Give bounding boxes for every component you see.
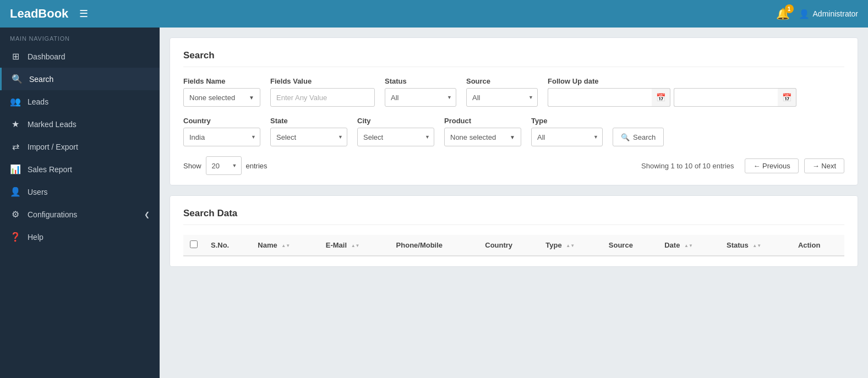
user-icon: 👤 <box>799 9 810 19</box>
sidebar-item-marked-leads[interactable]: ★ Marked Leads <box>0 113 160 135</box>
topbar: LeadBook ☰ 🔔 1 👤 Administrator <box>0 0 868 28</box>
sidebar-item-label: Leads <box>28 97 48 106</box>
sidebar-item-label: Search <box>29 75 53 84</box>
type-label: Type <box>531 117 603 125</box>
user-menu[interactable]: 👤 Administrator <box>799 9 858 19</box>
fields-name-caret: ▼ <box>249 95 254 101</box>
entries-label: entries <box>246 162 268 170</box>
type-select-wrap: All B2B B2C <box>531 128 603 146</box>
sidebar-item-import-export[interactable]: ⇄ Import / Export <box>0 135 160 158</box>
email-sort-icon[interactable]: ▲▼ <box>351 244 360 248</box>
notification-bell[interactable]: 🔔 1 <box>776 7 790 20</box>
search-button[interactable]: 🔍 Search <box>613 128 664 146</box>
follow-up-date-from[interactable] <box>548 88 652 107</box>
source-select[interactable]: All Online Referral Direct <box>466 88 538 107</box>
country-select[interactable]: India USA UK Australia <box>183 128 260 146</box>
dashboard-icon: ⊞ <box>10 51 21 62</box>
fields-name-value: None selected <box>189 94 235 102</box>
sidebar-item-label: Import / Export <box>28 143 78 151</box>
header-type: Type ▲▼ <box>539 235 602 256</box>
follow-up-date-from-calendar[interactable]: 📅 <box>652 88 670 107</box>
sidebar-item-search[interactable]: 🔍 Search <box>0 68 160 90</box>
form-row-2: Country India USA UK Australia State <box>183 117 844 146</box>
sidebar-item-label: Help <box>28 233 43 242</box>
city-label: City <box>357 117 434 125</box>
type-sort-icon[interactable]: ▲▼ <box>566 244 575 248</box>
prev-button[interactable]: ← Previous <box>745 158 798 173</box>
sidebar-item-label: Marked Leads <box>28 120 77 129</box>
city-select-wrap: Select <box>357 128 434 146</box>
follow-up-date-to-calendar[interactable]: 📅 <box>778 88 796 107</box>
import-export-icon: ⇄ <box>10 141 21 152</box>
search-data-title: Search Data <box>183 208 844 225</box>
sidebar-item-sales-report[interactable]: 📊 Sales Report <box>0 158 160 180</box>
header-name: Name ▲▼ <box>251 235 319 256</box>
sales-report-icon: 📊 <box>10 164 21 174</box>
user-label: Administrator <box>813 9 858 18</box>
state-group: State Select <box>270 117 347 146</box>
bell-badge: 1 <box>785 4 794 13</box>
product-dropdown[interactable]: None selected ▼ <box>444 128 521 146</box>
state-select[interactable]: Select <box>270 128 347 146</box>
help-icon: ❓ <box>10 232 21 242</box>
country-group: Country India USA UK Australia <box>183 117 260 146</box>
select-all-checkbox[interactable] <box>190 240 198 248</box>
main-layout: MAIN NAVIGATION ⊞ Dashboard 🔍 Search 👥 L… <box>0 28 868 378</box>
form-row-1: Fields Name None selected ▼ Fields Value… <box>183 77 844 107</box>
state-label: State <box>270 117 347 125</box>
search-panel-title: Search <box>183 50 844 67</box>
status-label: Status <box>385 77 456 85</box>
sidebar-section-label: MAIN NAVIGATION <box>0 28 160 45</box>
sidebar-item-configurations[interactable]: ⚙ Configurations ❮ <box>0 203 160 226</box>
type-select[interactable]: All B2B B2C <box>531 128 603 146</box>
sidebar-item-users[interactable]: 👤 Users <box>0 180 160 203</box>
search-btn-group: x 🔍 Search <box>613 117 664 146</box>
sidebar-item-leads[interactable]: 👥 Leads <box>0 90 160 113</box>
fields-value-label: Fields Value <box>270 77 375 85</box>
follow-up-group: Follow Up date 📅 📅 <box>548 77 796 107</box>
sidebar-item-label: Users <box>28 188 48 196</box>
source-select-wrap: All Online Referral Direct <box>466 88 538 107</box>
next-button[interactable]: → Next <box>804 158 844 173</box>
follow-up-date-to-wrap: 📅 <box>674 88 796 107</box>
name-sort-icon[interactable]: ▲▼ <box>281 244 290 248</box>
topbar-right: 🔔 1 👤 Administrator <box>776 7 858 20</box>
status-sort-icon[interactable]: ▲▼ <box>752 244 761 248</box>
content-area: Search Fields Name None selected ▼ Field… <box>160 28 868 378</box>
date-sort-icon[interactable]: ▲▼ <box>684 244 693 248</box>
status-select-wrap: All Active Inactive Pending <box>385 88 456 107</box>
header-status: Status ▲▼ <box>720 235 791 256</box>
star-icon: ★ <box>10 119 21 129</box>
sidebar-item-label: Sales Report <box>28 165 72 174</box>
configurations-icon: ⚙ <box>10 209 21 220</box>
fields-name-label: Fields Name <box>183 77 260 85</box>
show-select-wrap: 10 20 50 100 <box>206 156 242 175</box>
sidebar-item-dashboard[interactable]: ⊞ Dashboard <box>0 45 160 68</box>
search-icon: 🔍 <box>12 74 23 84</box>
table-wrap: S.No. Name ▲▼ E-Mail ▲▼ Phone/ <box>183 235 844 256</box>
show-label: Show <box>183 162 201 170</box>
follow-up-label: Follow Up date <box>548 77 796 85</box>
fields-value-input[interactable] <box>270 88 375 107</box>
sidebar-item-label: Dashboard <box>28 52 65 61</box>
show-select[interactable]: 10 20 50 100 <box>206 156 242 175</box>
results-table: S.No. Name ▲▼ E-Mail ▲▼ Phone/ <box>183 235 844 256</box>
fields-name-dropdown[interactable]: None selected ▼ <box>183 88 260 107</box>
status-group: Status All Active Inactive Pending <box>385 77 456 107</box>
status-select[interactable]: All Active Inactive Pending <box>385 88 456 107</box>
header-date: Date ▲▼ <box>658 235 720 256</box>
form-footer: Show 10 20 50 100 entries Showing 1 to 1… <box>183 156 844 175</box>
configurations-left: ⚙ Configurations <box>10 209 77 220</box>
follow-up-date-to[interactable] <box>674 88 778 107</box>
header-source: Source <box>602 235 658 256</box>
sidebar: MAIN NAVIGATION ⊞ Dashboard 🔍 Search 👥 L… <box>0 28 160 378</box>
sidebar-item-help[interactable]: ❓ Help <box>0 226 160 248</box>
header-email: E-Mail ▲▼ <box>319 235 390 256</box>
product-value: None selected <box>450 133 496 141</box>
configurations-arrow: ❮ <box>144 211 150 218</box>
sidebar-item-label: Configurations <box>28 210 77 219</box>
city-select[interactable]: Select <box>357 128 434 146</box>
fields-name-group: Fields Name None selected ▼ <box>183 77 260 107</box>
header-checkbox-col <box>183 235 204 256</box>
hamburger-menu[interactable]: ☰ <box>79 8 88 20</box>
